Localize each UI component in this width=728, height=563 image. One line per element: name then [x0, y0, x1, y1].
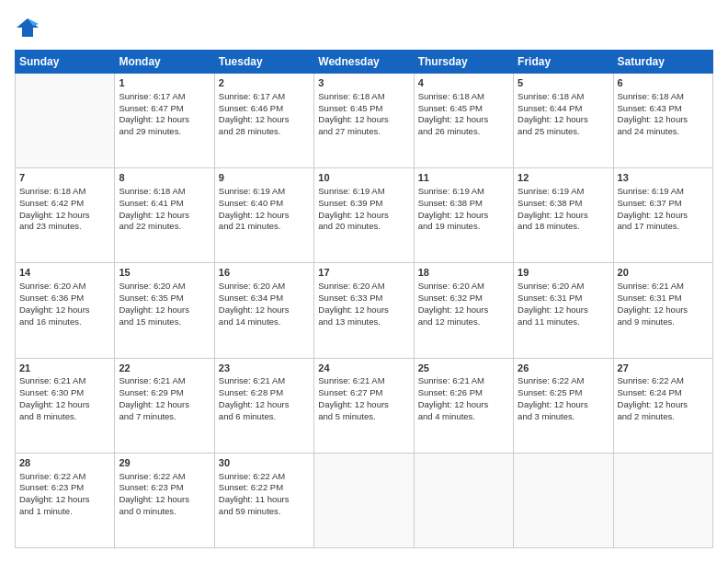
day-info-line: and 0 minutes. — [119, 506, 210, 518]
day-cell — [414, 453, 513, 547]
day-info-line: and 6 minutes. — [219, 411, 310, 423]
col-header-monday: Monday — [115, 51, 214, 74]
day-cell: 4Sunrise: 6:18 AMSunset: 6:45 PMDaylight… — [414, 74, 513, 168]
day-cell: 9Sunrise: 6:19 AMSunset: 6:40 PMDaylight… — [214, 168, 313, 263]
day-info-line: and 12 minutes. — [418, 316, 509, 328]
day-info-line: Sunrise: 6:22 AM — [19, 471, 110, 483]
day-info-line: and 24 minutes. — [618, 126, 709, 138]
day-cell: 15Sunrise: 6:20 AMSunset: 6:35 PMDayligh… — [115, 263, 214, 358]
day-info-line: and 11 minutes. — [518, 316, 609, 328]
day-info-line: Sunrise: 6:18 AM — [318, 91, 409, 103]
day-number: 17 — [318, 266, 409, 280]
day-info-line: Sunrise: 6:18 AM — [518, 91, 609, 103]
day-number: 19 — [518, 266, 609, 280]
day-info-line: Sunrise: 6:17 AM — [119, 91, 210, 103]
day-cell: 10Sunrise: 6:19 AMSunset: 6:39 PMDayligh… — [314, 168, 414, 263]
day-info-line: Sunrise: 6:21 AM — [618, 281, 709, 293]
day-cell — [16, 74, 115, 168]
day-number: 23 — [219, 362, 310, 375]
day-info-line: and 5 minutes. — [318, 411, 409, 423]
day-info-line: and 3 minutes. — [518, 411, 609, 423]
day-info-line: Sunset: 6:47 PM — [119, 103, 210, 115]
day-info-line: Sunrise: 6:21 AM — [219, 375, 310, 387]
day-number: 10 — [318, 171, 409, 185]
day-info-line: Daylight: 12 hours — [318, 304, 409, 316]
header — [15, 15, 713, 40]
day-info-line: Sunrise: 6:19 AM — [618, 186, 709, 198]
week-row-1: 1Sunrise: 6:17 AMSunset: 6:47 PMDaylight… — [16, 74, 713, 168]
day-info-line: Daylight: 12 hours — [518, 114, 609, 126]
day-info-line: Sunset: 6:40 PM — [219, 198, 310, 210]
day-number: 11 — [418, 171, 509, 185]
day-info-line: Sunset: 6:34 PM — [219, 293, 310, 304]
day-cell — [613, 453, 712, 547]
day-info-line: and 4 minutes. — [418, 411, 509, 423]
day-cell: 18Sunrise: 6:20 AMSunset: 6:32 PMDayligh… — [414, 263, 513, 358]
day-info-line: Sunrise: 6:20 AM — [418, 281, 509, 293]
day-info-line: Daylight: 12 hours — [418, 114, 509, 126]
day-info-line: and 15 minutes. — [119, 316, 210, 328]
day-info-line: Sunrise: 6:20 AM — [219, 281, 310, 293]
day-info-line: Sunrise: 6:21 AM — [19, 375, 110, 387]
day-cell: 8Sunrise: 6:18 AMSunset: 6:41 PMDaylight… — [115, 168, 214, 263]
day-number: 12 — [518, 171, 609, 185]
day-info-line: Daylight: 12 hours — [518, 399, 609, 411]
day-number: 2 — [219, 76, 310, 90]
day-info-line: and 9 minutes. — [618, 316, 709, 328]
week-row-5: 28Sunrise: 6:22 AMSunset: 6:23 PMDayligh… — [16, 453, 713, 547]
day-info-line: Sunset: 6:38 PM — [418, 198, 509, 210]
day-info-line: Daylight: 12 hours — [518, 304, 609, 316]
day-info-line: Sunset: 6:23 PM — [19, 482, 110, 494]
day-info-line: Sunset: 6:41 PM — [119, 198, 210, 210]
day-number: 6 — [618, 76, 709, 90]
day-cell: 20Sunrise: 6:21 AMSunset: 6:31 PMDayligh… — [613, 263, 712, 358]
week-row-2: 7Sunrise: 6:18 AMSunset: 6:42 PMDaylight… — [16, 168, 713, 263]
day-info-line: Sunset: 6:36 PM — [19, 293, 110, 304]
day-cell: 1Sunrise: 6:17 AMSunset: 6:47 PMDaylight… — [115, 74, 214, 168]
day-number: 18 — [418, 266, 509, 280]
day-info-line: Daylight: 12 hours — [618, 114, 709, 126]
day-number: 21 — [19, 362, 110, 375]
day-info-line: Sunset: 6:33 PM — [318, 293, 409, 304]
day-info-line: and 28 minutes. — [219, 126, 310, 138]
day-info-line: Daylight: 12 hours — [318, 114, 409, 126]
day-info-line: Sunrise: 6:20 AM — [119, 281, 210, 293]
day-info-line: Daylight: 12 hours — [618, 399, 709, 411]
day-info-line: Sunset: 6:37 PM — [618, 198, 709, 210]
page: SundayMondayTuesdayWednesdayThursdayFrid… — [0, 0, 728, 563]
day-info-line: Sunrise: 6:20 AM — [19, 281, 110, 293]
day-info-line: Daylight: 12 hours — [418, 399, 509, 411]
day-cell: 11Sunrise: 6:19 AMSunset: 6:38 PMDayligh… — [414, 168, 513, 263]
col-header-thursday: Thursday — [414, 51, 513, 74]
day-info-line: and 21 minutes. — [219, 221, 310, 233]
day-info-line: Daylight: 12 hours — [418, 304, 509, 316]
day-number: 4 — [418, 76, 509, 90]
day-info-line: Daylight: 12 hours — [618, 210, 709, 222]
day-info-line: and 17 minutes. — [618, 221, 709, 233]
day-info-line: Sunset: 6:32 PM — [418, 293, 509, 304]
day-info-line: and 26 minutes. — [418, 126, 509, 138]
day-info-line: Sunset: 6:43 PM — [618, 103, 709, 115]
day-info-line: and 13 minutes. — [318, 316, 409, 328]
day-cell: 22Sunrise: 6:21 AMSunset: 6:29 PMDayligh… — [115, 358, 214, 453]
day-info-line: Sunrise: 6:22 AM — [618, 375, 709, 387]
day-number: 9 — [219, 171, 310, 185]
day-cell: 16Sunrise: 6:20 AMSunset: 6:34 PMDayligh… — [214, 263, 313, 358]
day-info-line: Sunrise: 6:18 AM — [618, 91, 709, 103]
day-cell: 29Sunrise: 6:22 AMSunset: 6:23 PMDayligh… — [115, 453, 214, 547]
day-info-line: Sunset: 6:27 PM — [318, 387, 409, 399]
day-number: 7 — [19, 171, 110, 185]
calendar-table: SundayMondayTuesdayWednesdayThursdayFrid… — [15, 50, 713, 548]
day-info-line: and 2 minutes. — [618, 411, 709, 423]
day-info-line: Sunset: 6:46 PM — [219, 103, 310, 115]
day-info-line: Sunset: 6:31 PM — [518, 293, 609, 304]
day-info-line: Daylight: 12 hours — [19, 304, 110, 316]
day-info-line: Sunset: 6:28 PM — [219, 387, 310, 399]
day-info-line: Sunset: 6:22 PM — [219, 482, 310, 494]
col-header-friday: Friday — [514, 51, 613, 74]
day-info-line: Sunrise: 6:21 AM — [418, 375, 509, 387]
day-info-line: Sunrise: 6:17 AM — [219, 91, 310, 103]
day-number: 8 — [119, 171, 210, 185]
day-number: 26 — [518, 362, 609, 375]
logo-icon — [15, 15, 40, 40]
